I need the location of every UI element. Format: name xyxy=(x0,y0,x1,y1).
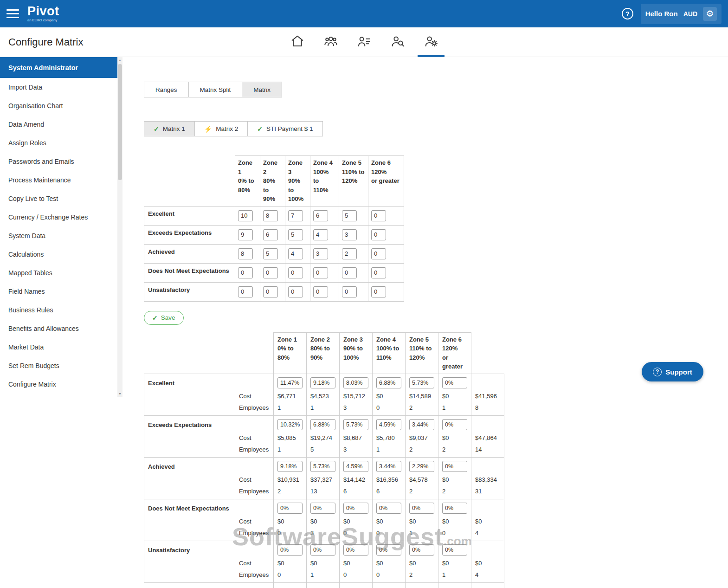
sidebar-item-mapped-tables[interactable]: Mapped Tables xyxy=(0,264,117,282)
sidebar-item-system-data[interactable]: System Data xyxy=(0,226,117,245)
matrix1-value-input[interactable] xyxy=(263,267,278,278)
percent-input[interactable] xyxy=(343,503,368,514)
nav-item-employee-settings[interactable] xyxy=(418,27,445,57)
scroll-down-icon[interactable]: ▼ xyxy=(117,391,122,397)
matrix1-value-input[interactable] xyxy=(342,210,357,221)
percent-input[interactable] xyxy=(409,503,434,514)
percent-input[interactable] xyxy=(442,419,467,430)
matrix1-value-input[interactable] xyxy=(288,267,303,278)
matrix1-value-input[interactable] xyxy=(342,248,357,259)
percent-input[interactable] xyxy=(442,377,467,388)
matrix1-value-input[interactable] xyxy=(263,229,278,240)
percent-input[interactable] xyxy=(277,503,303,514)
matrix1-value-input[interactable] xyxy=(371,286,386,297)
matrix1-value-input[interactable] xyxy=(238,267,253,278)
matrix1-value-input[interactable] xyxy=(238,248,253,259)
percent-input[interactable] xyxy=(310,503,335,514)
matrix1-value-input[interactable] xyxy=(263,286,278,297)
percent-input[interactable] xyxy=(343,544,368,556)
percent-input[interactable] xyxy=(277,377,303,388)
matrix1-value-input[interactable] xyxy=(371,248,386,259)
matrix1-value-input[interactable] xyxy=(342,229,357,240)
percent-input[interactable] xyxy=(277,419,303,430)
sidebar-item-assign-roles[interactable]: Assign Roles xyxy=(0,134,117,152)
percent-input[interactable] xyxy=(442,544,467,556)
nav-item-employee-list[interactable] xyxy=(351,27,378,57)
sidebar-item-benefits-and-allowances[interactable]: Benefits and Allowances xyxy=(0,319,117,338)
percent-input[interactable] xyxy=(376,419,401,430)
matrix1-value-input[interactable] xyxy=(263,210,278,221)
sidebar-item-field-names[interactable]: Field Names xyxy=(0,282,117,301)
percent-input[interactable] xyxy=(376,461,401,472)
matrix1-value-input[interactable] xyxy=(263,248,278,259)
matrix1-value-input[interactable] xyxy=(342,286,357,297)
matrix1-value-input[interactable] xyxy=(313,267,328,278)
sidebar-item-configure-matrix[interactable]: Configure Matrix xyxy=(0,375,117,394)
nav-item-employee-search[interactable] xyxy=(384,27,411,57)
sidebar-item-system-administrator[interactable]: System Administrator xyxy=(0,57,117,78)
subtab-sti-payment[interactable]: ✓ STI Payment $ 1 xyxy=(247,121,322,136)
matrix1-value-input[interactable] xyxy=(313,229,328,240)
matrix1-value-input[interactable] xyxy=(313,248,328,259)
percent-input[interactable] xyxy=(343,419,368,430)
matrix1-value-input[interactable] xyxy=(313,286,328,297)
sidebar-scrollbar[interactable]: ▲ ▼ xyxy=(117,57,122,397)
percent-input[interactable] xyxy=(409,419,434,430)
sidebar-item-import-data[interactable]: Import Data xyxy=(0,78,117,97)
sidebar-item-currency-exchange-rates[interactable]: Currency / Exchange Rates xyxy=(0,208,117,226)
sidebar-item-organisation-chart[interactable]: Organisation Chart xyxy=(0,97,117,115)
percent-input[interactable] xyxy=(376,377,401,388)
percent-input[interactable] xyxy=(310,544,335,556)
nav-item-home[interactable] xyxy=(284,27,311,57)
percent-input[interactable] xyxy=(277,544,303,556)
nav-item-employees[interactable] xyxy=(317,27,344,57)
percent-input[interactable] xyxy=(376,503,401,514)
subtab-matrix-2[interactable]: ⚡ Matrix 2 xyxy=(194,121,248,136)
percent-input[interactable] xyxy=(343,461,368,472)
matrix1-value-input[interactable] xyxy=(371,210,386,221)
currency-label[interactable]: AUD xyxy=(683,10,697,18)
sidebar-item-copy-live-to-test[interactable]: Copy Live to Test xyxy=(0,189,117,208)
app-logo[interactable]: Pivot an ELMO company xyxy=(27,5,59,22)
percent-input[interactable] xyxy=(277,461,303,472)
settings-gear-icon[interactable]: ⚙ xyxy=(703,7,717,21)
sidebar-item-calculations[interactable]: Calculations xyxy=(0,245,117,264)
matrix1-value-input[interactable] xyxy=(371,267,386,278)
subtab-matrix-1[interactable]: ✓ Matrix 1 xyxy=(144,121,195,136)
percent-input[interactable] xyxy=(409,461,434,472)
sidebar-item-business-rules[interactable]: Business Rules xyxy=(0,301,117,319)
matrix1-value-input[interactable] xyxy=(342,267,357,278)
percent-input[interactable] xyxy=(343,377,368,388)
matrix1-value-input[interactable] xyxy=(238,286,253,297)
percent-input[interactable] xyxy=(409,544,434,556)
hamburger-menu-icon[interactable] xyxy=(6,9,19,18)
save-button[interactable]: ✓ Save xyxy=(144,311,184,325)
scrollbar-thumb[interactable] xyxy=(118,64,122,180)
matrix1-value-input[interactable] xyxy=(313,210,328,221)
percent-input[interactable] xyxy=(310,461,335,472)
help-icon[interactable]: ? xyxy=(622,8,633,19)
matrix1-value-input[interactable] xyxy=(288,248,303,259)
matrix1-value-input[interactable] xyxy=(288,210,303,221)
sidebar-item-set-rem-budgets[interactable]: Set Rem Budgets xyxy=(0,356,117,375)
tab-matrix-split[interactable]: Matrix Split xyxy=(188,82,243,97)
scroll-up-icon[interactable]: ▲ xyxy=(117,57,122,63)
percent-input[interactable] xyxy=(442,503,467,514)
matrix1-value-input[interactable] xyxy=(371,229,386,240)
matrix1-value-input[interactable] xyxy=(288,229,303,240)
sidebar-item-process-maintenance[interactable]: Process Maintenance xyxy=(0,171,117,189)
support-button[interactable]: ? Support xyxy=(642,362,703,381)
matrix1-value-input[interactable] xyxy=(238,210,253,221)
tab-matrix[interactable]: Matrix xyxy=(242,82,282,97)
percent-input[interactable] xyxy=(409,377,434,388)
tab-ranges[interactable]: Ranges xyxy=(144,82,189,97)
matrix1-value-input[interactable] xyxy=(238,229,253,240)
percent-input[interactable] xyxy=(442,461,467,472)
percent-input[interactable] xyxy=(310,377,335,388)
percent-input[interactable] xyxy=(376,544,401,556)
sidebar-item-market-data[interactable]: Market Data xyxy=(0,338,117,356)
sidebar-item-data-amend[interactable]: Data Amend xyxy=(0,115,117,134)
matrix1-value-input[interactable] xyxy=(288,286,303,297)
percent-input[interactable] xyxy=(310,419,335,430)
sidebar-item-passwords-and-emails[interactable]: Passwords and Emails xyxy=(0,152,117,171)
